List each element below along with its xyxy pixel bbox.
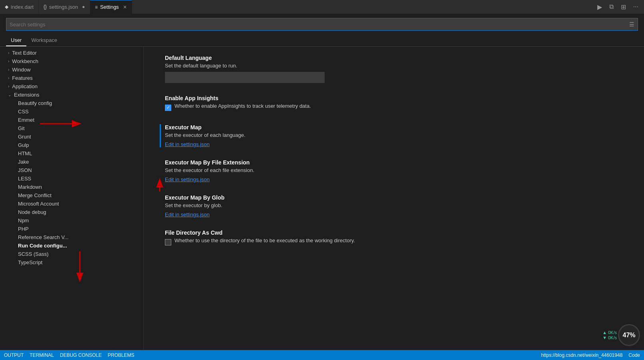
chevron-right-icon: ›: [8, 59, 9, 63]
file-dir-cwd-checkbox[interactable]: [165, 239, 171, 245]
sidebar-item-css[interactable]: CSS: [0, 107, 143, 116]
chevron-right-icon: ›: [8, 67, 9, 72]
status-bar-left: OUTPUT TERMINAL DEBUG CONSOLE PROBLEMS: [4, 352, 134, 358]
sidebar-item-gulp[interactable]: Gulp: [0, 141, 143, 149]
sidebar-item-text-editor[interactable]: › Text Editor: [0, 49, 143, 57]
setting-enable-app-insights: Enable App Insights ✓ Whether to enable …: [160, 95, 628, 112]
sidebar-item-npm[interactable]: Npm: [0, 216, 143, 225]
file-dir-cwd-checkbox-row: Whether to use the directory of the file…: [165, 237, 628, 247]
sidebar-item-jake[interactable]: Jake: [0, 158, 143, 166]
setting-title-default-language: Default Language: [165, 55, 628, 61]
sidebar-item-scss-sass[interactable]: SCSS (Sass): [0, 250, 143, 258]
status-url: https://blog.csdn.net/weixin_44601948: [541, 352, 622, 358]
setting-desc-file-dir-cwd: Whether to use the directory of the file…: [174, 237, 355, 243]
setting-desc-executor-map-glob: Set the executor by glob.: [165, 202, 628, 208]
search-bar-container: ☰: [0, 14, 644, 35]
default-language-input[interactable]: [165, 72, 325, 83]
sidebar-item-microsoft-account[interactable]: Microsoft Account: [0, 200, 143, 208]
output-tab[interactable]: OUTPUT: [4, 352, 24, 358]
more-actions-button[interactable]: ···: [632, 2, 640, 12]
sidebar-item-reference-search[interactable]: Reference Search V...: [0, 233, 143, 241]
sidebar-item-emmet[interactable]: Emmet: [0, 116, 143, 124]
network-stats: ▲ 0K/s ▼ 0K/s: [602, 330, 617, 340]
setting-desc-default-language: Set the default language to run.: [165, 63, 628, 69]
modified-dot: ●: [82, 4, 85, 10]
problems-tab[interactable]: PROBLEMS: [108, 352, 135, 358]
chevron-right-icon: ›: [8, 84, 9, 89]
checkmark-icon: ✓: [166, 105, 170, 110]
settings-panel: ☰ User Workspace › Text Editor › Workben…: [0, 14, 644, 350]
setting-title-executor-map-glob: Executor Map By Glob: [165, 194, 628, 201]
setting-title-app-insights: Enable App Insights: [165, 95, 628, 101]
setting-title-executor-map: Executor Map: [165, 124, 628, 131]
status-code-label: Code: [628, 352, 640, 358]
setting-executor-map-file-ext: Executor Map By File Extension Set the e…: [160, 159, 628, 182]
sidebar-item-merge-conflict[interactable]: Merge Conflict: [0, 191, 143, 200]
debug-console-tab[interactable]: DEBUG CONSOLE: [60, 352, 102, 358]
sidebar-item-extensions[interactable]: ⌄ Extensions: [0, 91, 143, 99]
edit-executor-map-file-ext-link[interactable]: Edit in settings.json: [165, 176, 210, 182]
split-editor-button[interactable]: ⧉: [608, 2, 615, 12]
sidebar: › Text Editor › Workbench › Window › Fea…: [0, 47, 144, 350]
tab-settings[interactable]: ≡ Settings ✕: [90, 0, 132, 14]
json-icon: {}: [44, 4, 47, 10]
sidebar-item-beautify-config[interactable]: Beautify config: [0, 99, 143, 107]
tab-user[interactable]: User: [6, 35, 26, 46]
setting-executor-map-glob: Executor Map By Glob Set the executor by…: [160, 194, 628, 218]
sidebar-item-less[interactable]: LESS: [0, 174, 143, 183]
download-stat: ▼ 0K/s: [602, 335, 617, 340]
setting-default-language: Default Language Set the default languag…: [160, 55, 628, 83]
sidebar-item-run-code[interactable]: Run Code configu...: [0, 241, 143, 250]
status-bar-right: https://blog.csdn.net/weixin_44601948 Co…: [541, 352, 640, 358]
search-input[interactable]: [10, 22, 629, 28]
chevron-right-icon: ›: [8, 51, 9, 55]
sidebar-item-php[interactable]: PHP: [0, 225, 143, 233]
edit-executor-map-glob-link[interactable]: Edit in settings.json: [165, 212, 210, 218]
app-insights-checkbox-row: ✓ Whether to enable AppInsights to track…: [165, 103, 628, 112]
sidebar-item-window[interactable]: › Window: [0, 65, 143, 74]
setting-file-directory-cwd: File Directory As Cwd Whether to use the…: [160, 229, 628, 247]
tab-settings-json[interactable]: {} settings.json ●: [39, 0, 90, 14]
setting-title-file-dir-cwd: File Directory As Cwd: [165, 229, 628, 236]
sidebar-item-features[interactable]: › Features: [0, 74, 143, 82]
sidebar-item-markdown[interactable]: Markdown: [0, 183, 143, 191]
sidebar-item-grunt[interactable]: Grunt: [0, 133, 143, 141]
cpu-percent: 47%: [622, 332, 635, 339]
layout-button[interactable]: ⊞: [619, 2, 628, 12]
sidebar-item-html[interactable]: HTML: [0, 149, 143, 158]
dart-icon: ◆: [5, 4, 8, 10]
sidebar-item-typescript[interactable]: TypeScript: [0, 258, 143, 267]
search-bar: ☰: [6, 18, 638, 31]
tab-workspace[interactable]: Workspace: [26, 35, 62, 46]
sidebar-item-node-debug[interactable]: Node debug: [0, 208, 143, 216]
edit-executor-map-link[interactable]: Edit in settings.json: [165, 141, 210, 147]
tab-bar: ◆ index.dart {} settings.json ● ≡ Settin…: [0, 0, 644, 14]
settings-body: › Text Editor › Workbench › Window › Fea…: [0, 47, 644, 350]
setting-executor-map: Executor Map Set the executor of each la…: [160, 124, 628, 147]
app-insights-checkbox[interactable]: ✓: [165, 105, 171, 111]
settings-content: Default Language Set the default languag…: [144, 47, 644, 350]
sidebar-item-application[interactable]: › Application: [0, 82, 143, 91]
chevron-down-icon: ⌄: [8, 93, 11, 97]
run-button[interactable]: ▶: [596, 2, 604, 12]
upload-stat: ▲ 0K/s: [602, 330, 617, 335]
setting-desc-executor-map: Set the executor of each language.: [165, 132, 628, 138]
setting-desc-app-insights: Whether to enable AppInsights to track u…: [174, 103, 311, 109]
close-tab-button[interactable]: ✕: [123, 4, 127, 10]
status-bar: OUTPUT TERMINAL DEBUG CONSOLE PROBLEMS h…: [0, 350, 644, 360]
sidebar-item-json[interactable]: JSON: [0, 166, 143, 174]
sidebar-item-git[interactable]: Git: [0, 124, 143, 133]
setting-desc-executor-map-file-ext: Set the executor of each file extension.: [165, 167, 628, 173]
performance-indicator: 47%: [618, 324, 640, 346]
tab-index-dart[interactable]: ◆ index.dart: [0, 0, 39, 14]
terminal-tab[interactable]: TERMINAL: [30, 352, 54, 358]
settings-tabs: User Workspace: [0, 35, 644, 47]
sidebar-item-workbench[interactable]: › Workbench: [0, 57, 143, 65]
filter-icon: ☰: [629, 21, 634, 28]
chevron-right-icon: ›: [8, 76, 9, 80]
setting-title-executor-map-file-ext: Executor Map By File Extension: [165, 159, 628, 166]
toolbar-right: ▶ ⧉ ⊞ ···: [596, 2, 644, 12]
settings-icon: ≡: [95, 4, 98, 10]
